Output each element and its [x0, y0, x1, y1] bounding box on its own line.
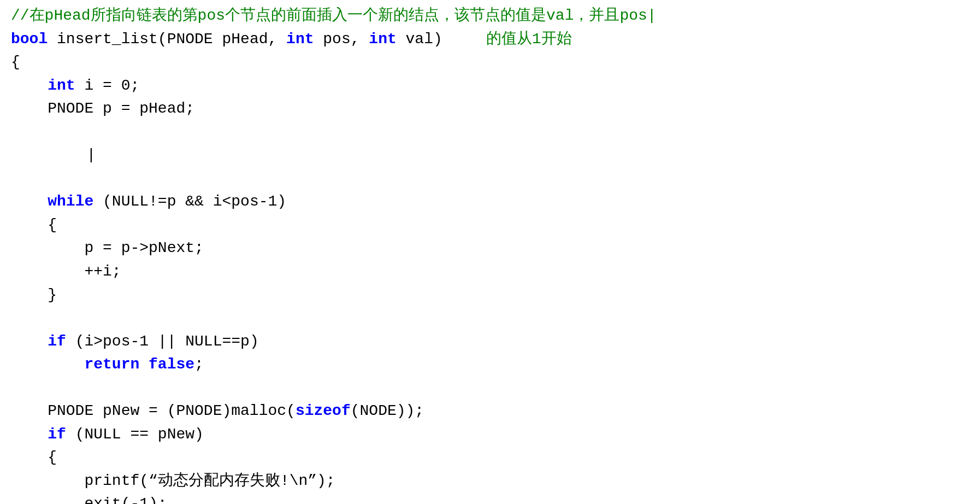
keyword-int1: int	[286, 31, 314, 48]
indent-2	[11, 193, 48, 210]
i-decl: i = 0;	[75, 77, 140, 94]
param-pos: pos,	[314, 31, 369, 48]
keyword-if2: if	[48, 426, 66, 443]
indent-4	[11, 356, 84, 373]
null-check: (NULL == pNew)	[66, 426, 204, 443]
comment-line: //在pHead所指向链表的第pos个节点的前面插入一个新的结点，该节点的值是v…	[11, 4, 969, 28]
indent-3	[11, 333, 48, 350]
space-1	[139, 356, 149, 373]
indent-1	[11, 77, 48, 94]
keyword-return: return	[84, 356, 139, 373]
keyword-while: while	[48, 193, 93, 210]
param-val: val)	[397, 31, 442, 48]
side-comment: 的值从1开始	[486, 31, 572, 48]
int-i-line: int i = 0;	[11, 74, 969, 98]
code-display: //在pHead所指向链表的第pos个节点的前面插入一个新的结点，该节点的值是v…	[0, 0, 980, 504]
return-false-line: return false;	[11, 353, 969, 377]
pnode-p-line: PNODE p = pHead;	[11, 97, 969, 121]
if-null-pnew-line: if (NULL == pNew)	[11, 423, 969, 447]
open-brace-2: {	[11, 446, 969, 470]
sizeof-node: (NODE));	[351, 402, 424, 419]
pnext-line: p = p->pNext;	[11, 237, 969, 260]
function-signature: bool insert_list(PNODE pHead, int pos, i…	[11, 28, 969, 51]
increment-i-line: ++i;	[11, 260, 969, 284]
if-line: if (i>pos-1 || NULL==p)	[11, 330, 969, 354]
semicolon-1: ;	[194, 356, 204, 373]
keyword-false: false	[149, 356, 194, 373]
blank-line-3	[11, 377, 969, 400]
keyword-sizeof: sizeof	[296, 402, 351, 419]
blank-line-2	[11, 307, 969, 330]
while-cond: (NULL!=p && i<pos-1)	[93, 193, 286, 210]
func-name: insert_list(PNODE pHead,	[48, 31, 286, 48]
keyword-bool: bool	[11, 31, 48, 48]
exit-line: exit(-1);	[11, 493, 969, 504]
keyword-if: if	[48, 333, 66, 350]
pnew-decl: PNODE pNew = (PNODE)malloc(	[11, 402, 296, 419]
if-cond: (i>pos-1 || NULL==p)	[66, 333, 259, 350]
while-open-brace: {	[11, 214, 969, 237]
keyword-int3: int	[48, 77, 75, 94]
while-line: while (NULL!=p && i<pos-1)	[11, 190, 969, 214]
blank-cursor-line: |	[11, 121, 969, 191]
indent-5	[11, 426, 48, 443]
while-close-brace: }	[11, 284, 969, 307]
printf-line: printf(“动态分配内存失败!\n”);	[11, 470, 969, 493]
pnew-malloc-line: PNODE pNew = (PNODE)malloc(sizeof(NODE))…	[11, 400, 969, 423]
keyword-int2: int	[369, 31, 396, 48]
open-brace-1: {	[11, 51, 969, 74]
